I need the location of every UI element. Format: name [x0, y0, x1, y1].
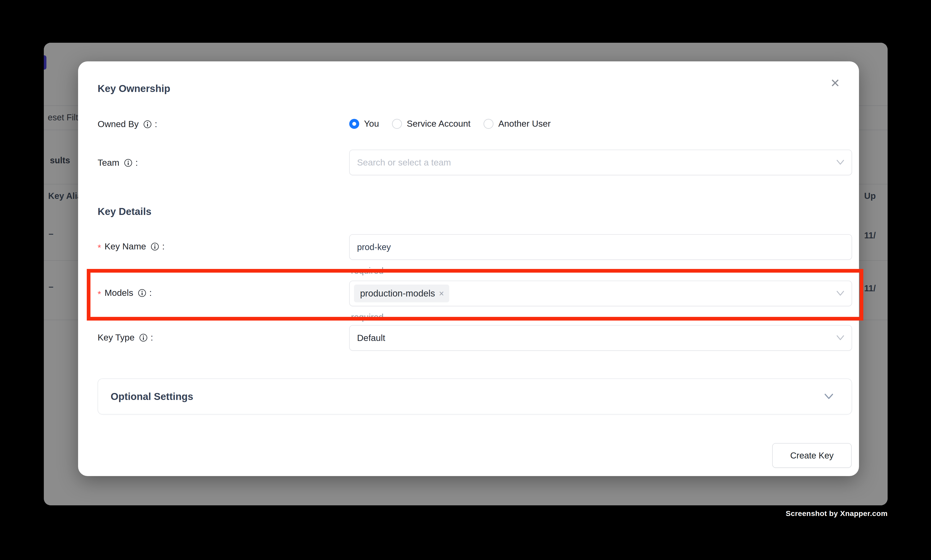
key-name-input[interactable]: prod-key	[349, 234, 852, 260]
models-label: * Models :	[98, 288, 152, 298]
models-required-message: required	[351, 312, 383, 322]
remove-tag-icon[interactable]: ×	[439, 289, 444, 298]
screenshot-canvas: { "ui": { "colon": ":", "required_marker…	[0, 0, 931, 560]
info-icon[interactable]	[143, 120, 152, 128]
radio-unselected-icon[interactable]	[483, 119, 494, 129]
radio-you[interactable]: You	[349, 118, 379, 129]
key-type-select[interactable]: Default	[349, 325, 852, 351]
key-name-required-message: required	[351, 266, 383, 276]
xnapper-watermark: Screenshot by Xnapper.com	[786, 509, 888, 518]
info-icon[interactable]	[139, 334, 148, 342]
team-select-placeholder: Search or select a team	[357, 157, 451, 168]
info-icon[interactable]	[138, 289, 146, 297]
optional-settings-expander[interactable]: Optional Settings	[98, 378, 852, 414]
info-icon[interactable]	[151, 243, 159, 251]
chevron-down-icon	[824, 393, 833, 400]
info-icon[interactable]	[124, 159, 132, 167]
key-type-label: Key Type :	[98, 332, 153, 343]
required-asterisk: *	[98, 243, 101, 253]
team-select[interactable]: Search or select a team	[349, 150, 852, 175]
key-name-value: prod-key	[357, 242, 391, 252]
chevron-down-icon	[836, 160, 844, 165]
radio-unselected-icon[interactable]	[392, 119, 402, 129]
key-type-value: Default	[357, 333, 385, 343]
radio-another-user[interactable]: Another User	[483, 118, 551, 129]
key-details-heading: Key Details	[98, 206, 151, 217]
modal-title: Key Ownership	[98, 83, 170, 94]
selected-model-tag-label: production-models	[360, 288, 435, 298]
radio-service-account[interactable]: Service Account	[392, 118, 471, 129]
owned-by-radio-group: You Service Account Another User	[349, 118, 551, 129]
chevron-down-icon	[836, 291, 844, 296]
selected-model-tag: production-models ×	[354, 285, 449, 302]
chevron-down-icon	[836, 335, 844, 341]
app-window: eset Filt sults Key Alia Up – 11/ – 11/ …	[44, 43, 888, 505]
key-ownership-modal: ✕ Key Ownership Owned By : You Service A…	[78, 62, 859, 476]
models-select[interactable]: production-models ×	[349, 281, 852, 306]
optional-settings-title: Optional Settings	[111, 391, 193, 402]
close-icon[interactable]: ✕	[827, 75, 843, 91]
owned-by-label: Owned By :	[98, 119, 157, 129]
team-label: Team :	[98, 158, 138, 168]
key-name-label: * Key Name :	[98, 242, 165, 252]
radio-selected-icon[interactable]	[349, 119, 359, 129]
create-key-button[interactable]: Create Key	[772, 443, 852, 468]
required-asterisk: *	[98, 289, 101, 299]
